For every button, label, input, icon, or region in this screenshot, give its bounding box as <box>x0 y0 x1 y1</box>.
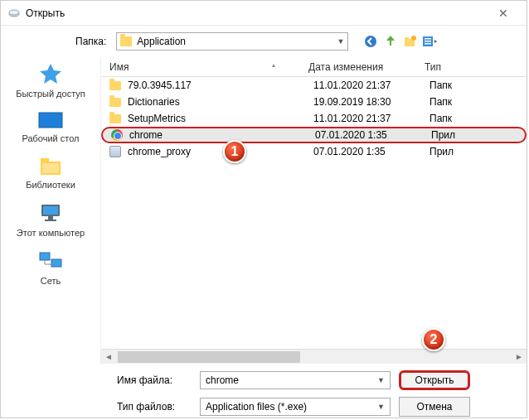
scroll-right-icon[interactable]: ► <box>512 352 527 361</box>
folder-icon <box>109 81 121 90</box>
folder-label: Папка: <box>75 36 106 47</box>
sidebar-desktop[interactable]: Рабочий стол <box>4 110 97 143</box>
network-icon <box>36 249 65 274</box>
folder-icon <box>109 114 121 123</box>
file-name: 79.0.3945.117 <box>128 80 313 91</box>
bottom-panel: Имя файла: chrome ▼ Открыть Тип файлов: … <box>1 364 527 420</box>
folder-toolbar <box>363 34 438 49</box>
sidebar-libraries[interactable]: Библиотеки <box>4 155 97 190</box>
file-name: chrome_proxy <box>128 146 313 157</box>
svg-rect-7 <box>425 38 431 40</box>
desktop-icon <box>36 110 65 132</box>
view-icon[interactable] <box>423 34 438 49</box>
svg-rect-14 <box>42 163 59 173</box>
filename-combo[interactable]: chrome ▼ <box>200 371 391 389</box>
folder-combo[interactable]: Application ▼ <box>116 32 348 51</box>
filename-value: chrome <box>206 374 239 386</box>
scroll-left-icon[interactable]: ◄ <box>101 352 116 361</box>
file-row[interactable]: chrome07.01.2020 1:35Прил <box>101 127 527 143</box>
file-date: 07.01.2020 1:35 <box>313 146 430 157</box>
cancel-button[interactable]: Отмена <box>399 397 470 417</box>
file-row[interactable]: 79.0.3945.11711.01.2020 21:37Папк <box>101 77 527 94</box>
file-type: Прил <box>430 146 527 157</box>
file-row[interactable]: chrome_proxy07.01.2020 1:35Прил <box>101 143 527 160</box>
file-name: Dictionaries <box>128 96 313 108</box>
sidebar-this-pc[interactable]: Этот компьютер <box>4 201 97 238</box>
computer-icon <box>36 201 65 226</box>
svg-rect-16 <box>43 206 58 215</box>
svg-point-1 <box>9 10 19 15</box>
file-date: 11.01.2020 21:37 <box>313 80 430 91</box>
app-icon <box>7 7 21 20</box>
horizontal-scrollbar[interactable]: ◄ ► <box>101 349 527 364</box>
folder-bar: Папка: Application ▼ <box>1 26 527 57</box>
new-folder-icon[interactable] <box>403 34 418 49</box>
file-name: chrome <box>129 129 315 141</box>
svg-rect-4 <box>405 37 409 40</box>
filename-label: Имя файла: <box>117 374 192 386</box>
svg-rect-20 <box>51 259 61 267</box>
close-button[interactable]: ✕ <box>487 7 520 20</box>
svg-rect-13 <box>41 158 49 162</box>
file-name: SetupMetrics <box>128 113 313 124</box>
svg-rect-9 <box>425 43 431 45</box>
scroll-thumb[interactable] <box>118 351 300 363</box>
svg-rect-18 <box>45 220 56 221</box>
annotation-marker-1: 1 <box>223 140 246 163</box>
filetype-value: Application files (*.exe) <box>206 401 307 413</box>
chevron-down-icon: ▼ <box>377 403 385 411</box>
file-row[interactable]: Dictionaries19.09.2019 18:30Папк <box>101 94 527 110</box>
svg-rect-8 <box>425 41 431 42</box>
file-row[interactable]: SetupMetrics11.01.2020 21:37Папк <box>101 110 527 127</box>
places-sidebar: Быстрый доступ Рабочий стол Библиотеки Э… <box>1 57 100 364</box>
back-icon[interactable] <box>363 34 378 49</box>
libraries-icon <box>36 155 65 178</box>
folder-icon <box>120 36 132 46</box>
file-date: 07.01.2020 1:35 <box>315 129 431 141</box>
folder-value: Application <box>137 36 186 47</box>
sort-indicator-icon: ▴ <box>272 61 275 69</box>
svg-point-5 <box>411 36 416 41</box>
exe-icon <box>109 146 121 157</box>
titlebar: Открыть ✕ <box>1 1 527 26</box>
sidebar-network[interactable]: Сеть <box>4 249 97 286</box>
col-type[interactable]: Тип <box>425 61 527 73</box>
annotation-marker-2: 2 <box>422 328 445 351</box>
col-name[interactable]: Имя▴ <box>101 61 308 73</box>
file-type: Папк <box>430 113 527 124</box>
file-type: Прил <box>431 129 525 141</box>
filetype-label: Тип файлов: <box>117 401 192 413</box>
svg-rect-19 <box>40 253 50 260</box>
up-icon[interactable] <box>383 34 398 49</box>
svg-point-2 <box>365 36 376 47</box>
file-date: 11.01.2020 21:37 <box>313 113 430 124</box>
file-type: Папк <box>430 96 527 108</box>
svg-rect-17 <box>48 216 53 220</box>
sidebar-quick-access[interactable]: Быстрый доступ <box>4 62 97 99</box>
open-button[interactable]: Открыть <box>399 370 470 390</box>
filetype-combo[interactable]: Application files (*.exe) ▼ <box>200 398 391 416</box>
svg-rect-10 <box>39 113 62 128</box>
file-type: Папк <box>430 80 527 91</box>
window-title: Открыть <box>26 7 487 19</box>
chevron-down-icon: ▼ <box>377 376 385 384</box>
star-icon <box>36 62 65 87</box>
file-list: Имя▴ Дата изменения Тип 79.0.3945.11711.… <box>100 57 527 364</box>
chevron-down-icon: ▼ <box>337 37 344 46</box>
col-date[interactable]: Дата изменения <box>308 61 425 73</box>
file-date: 19.09.2019 18:30 <box>313 96 430 108</box>
column-headers[interactable]: Имя▴ Дата изменения Тип <box>101 57 527 77</box>
chrome-icon <box>111 129 123 141</box>
folder-icon <box>109 98 121 107</box>
